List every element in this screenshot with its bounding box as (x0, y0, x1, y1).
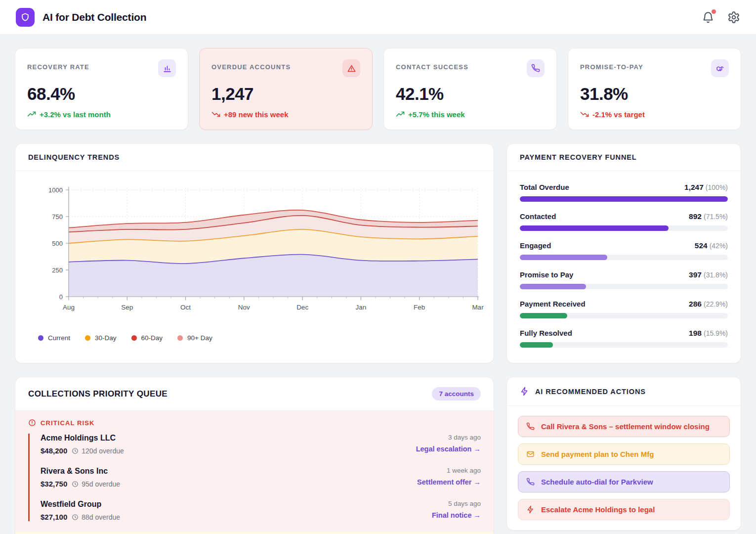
legend-dot (38, 335, 43, 341)
kpi-label: PROMISE-TO-PAY (580, 59, 643, 71)
svg-text:1000: 1000 (48, 186, 63, 194)
bolt-icon (526, 505, 535, 514)
critical-risk-items: Acme Holdings LLC$48,200120d overdue3 da… (28, 434, 481, 521)
svg-text:Nov: Nov (238, 304, 250, 311)
chart-legend: Current30-Day60-Day90+ Day (15, 329, 494, 351)
kpi-value: 1,247 (211, 84, 360, 104)
queue-action-link[interactable]: Legal escalation → (416, 445, 481, 453)
mail-icon (526, 450, 535, 458)
funnel-stage-label: Fully Resolved (520, 329, 572, 337)
kpi-label: RECOVERY RATE (27, 59, 89, 71)
recommended-action-button[interactable]: Call Rivera & Sons – settlement window c… (518, 416, 730, 437)
clock-icon (72, 447, 79, 454)
accounts-count-badge: 7 accounts (432, 387, 481, 400)
area-chart: 02505007501000AugSepOctNovDecJanFebMar (21, 180, 492, 324)
panel-title: PAYMENT RECOVERY FUNNEL (520, 153, 637, 161)
panel-title: COLLECTIONS PRIORITY QUEUE (28, 389, 168, 399)
notification-dot (712, 9, 716, 14)
kpi-value: 31.8% (580, 84, 729, 104)
funnel-stage: Fully Resolved198(15.9%) (520, 329, 728, 348)
kpi-delta-text: +3.2% vs last month (40, 110, 111, 119)
recommended-action-button[interactable]: Schedule auto-dial for Parkview (518, 471, 730, 492)
funnel-stage-label: Payment Received (520, 300, 586, 308)
funnel-stage-value: 1,247(100%) (684, 183, 728, 192)
account-name: Rivera & Sons Inc (41, 467, 120, 476)
panel-title: AI RECOMMENDED ACTIONS (535, 388, 646, 396)
funnel-bar-track (520, 313, 728, 318)
collections-priority-queue-panel: COLLECTIONS PRIORITY QUEUE 7 accounts CR… (15, 377, 494, 534)
funnel-stages: Total Overdue1,247(100%)Contacted892(71.… (507, 171, 741, 363)
svg-text:Sep: Sep (121, 304, 133, 311)
funnel-stage-value: 397(31.8%) (689, 270, 728, 279)
handshake-icon (711, 59, 729, 77)
queue-item: Rivera & Sons Inc$32,75095d overdue1 wee… (41, 467, 481, 488)
legend-item: Current (38, 334, 70, 342)
action-label: Escalate Acme Holdings to legal (541, 505, 655, 514)
queue-action-link[interactable]: Settlement offer → (417, 478, 481, 486)
kpi-value: 68.4% (27, 84, 176, 104)
trend-down-icon (211, 110, 220, 119)
notifications-button[interactable] (702, 11, 714, 24)
funnel-bar-fill (520, 255, 607, 260)
funnel-stage: Promise to Pay397(31.8%) (520, 270, 728, 289)
funnel-bar-track (520, 342, 728, 348)
kpi-delta-text: +5.7% this week (408, 110, 465, 119)
legend-dot (177, 335, 183, 341)
funnel-bar-fill (520, 313, 567, 318)
funnel-stage-value: 524(42%) (695, 241, 728, 250)
trend-up-icon (396, 110, 405, 119)
funnel-bar-fill (520, 342, 553, 348)
kpi-card-recovery-rate: RECOVERY RATE 68.4% +3.2% vs last month (15, 48, 188, 130)
svg-text:Mar: Mar (472, 304, 484, 311)
overdue-duration: 88d overdue (82, 513, 120, 521)
svg-text:Feb: Feb (414, 304, 425, 311)
funnel-stage-label: Engaged (520, 241, 551, 250)
funnel-bar-track (520, 255, 728, 260)
alert-circle-icon (28, 419, 36, 427)
svg-text:Aug: Aug (63, 304, 75, 311)
legend-item: 30-Day (85, 334, 117, 342)
kpi-card-promise-to-pay: PROMISE-TO-PAY 31.8% -2.1% vs target (568, 48, 741, 130)
svg-text:500: 500 (52, 240, 63, 247)
kpi-label: CONTACT SUCCESS (396, 59, 468, 71)
bar-chart-icon (158, 59, 176, 77)
account-amount: $48,200 (41, 446, 67, 455)
phone-icon (526, 478, 535, 486)
delinquency-trends-panel: DELINQUENCY TRENDS 02505007501000AugSepO… (15, 143, 494, 363)
funnel-stage-value: 286(22.9%) (689, 300, 728, 309)
funnel-bar-track (520, 225, 728, 231)
funnel-stage: Total Overdue1,247(100%) (520, 183, 728, 202)
clock-icon (72, 481, 79, 488)
overdue-duration: 120d overdue (82, 447, 124, 455)
payment-recovery-funnel-panel: PAYMENT RECOVERY FUNNEL Total Overdue1,2… (506, 143, 741, 363)
funnel-stage-label: Promise to Pay (520, 270, 573, 279)
funnel-bar-track (520, 196, 728, 202)
recommended-action-button[interactable]: Send payment plan to Chen Mfg (518, 444, 730, 465)
legend-item: 90+ Day (177, 334, 212, 342)
funnel-stage-label: Total Overdue (520, 183, 569, 191)
queue-item: Westfield Group$27,10088d overdue5 days … (41, 500, 481, 521)
account-amount: $27,100 (41, 513, 67, 521)
gear-icon (727, 11, 740, 24)
panel-title: DELINQUENCY TRENDS (28, 153, 120, 161)
legend-label: 90+ Day (187, 334, 212, 342)
funnel-stage-label: Contacted (520, 212, 556, 221)
funnel-stage: Payment Received286(22.9%) (520, 300, 728, 318)
settings-button[interactable] (727, 11, 740, 24)
funnel-bar-fill (520, 196, 728, 202)
funnel-bar-fill (520, 284, 586, 289)
svg-text:250: 250 (52, 267, 63, 274)
funnel-stage-value: 892(71.5%) (689, 212, 728, 221)
funnel-bar-track (520, 284, 728, 289)
queue-action-link[interactable]: Final notice → (432, 511, 481, 519)
delinquency-trends-chart: 02505007501000AugSepOctNovDecJanFebMar (15, 171, 494, 329)
ai-recommended-actions-panel: AI RECOMMENDED ACTIONS Call Rivera & Son… (506, 377, 741, 531)
shield-icon (20, 12, 30, 22)
kpi-delta-text: +89 new this week (224, 110, 288, 119)
funnel-stage: Engaged524(42%) (520, 241, 728, 260)
recommended-actions-list: Call Rivera & Sons – settlement window c… (507, 406, 741, 530)
recommended-action-button[interactable]: Escalate Acme Holdings to legal (518, 499, 730, 520)
svg-text:750: 750 (52, 213, 63, 221)
last-contact-time: 1 week ago (417, 467, 481, 474)
action-label: Schedule auto-dial for Parkview (541, 478, 653, 486)
